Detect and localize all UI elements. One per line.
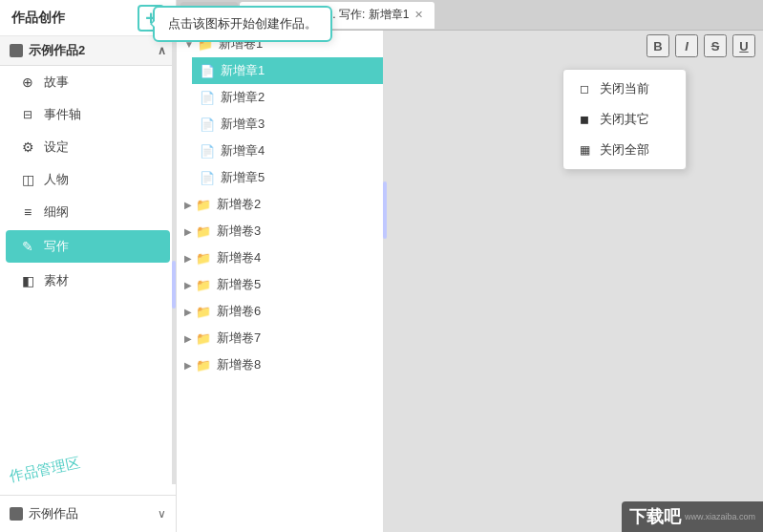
editor-area[interactable]: ◻ 关闭当前 ◼ 关闭其它 ▦ 关闭全部 B I S U xyxy=(387,31,763,532)
tree-node-vol6[interactable]: ▶ 📁 新增卷6 xyxy=(177,298,386,325)
tree-label-vol7: 新增卷7 xyxy=(217,330,261,347)
expand-arrow-vol8: ▶ xyxy=(184,360,192,371)
sidebar-label-timeline: 事件轴 xyxy=(44,106,81,123)
context-menu-close-others[interactable]: ◼ 关闭其它 xyxy=(563,104,686,135)
context-menu: ◻ 关闭当前 ◼ 关闭其它 ▦ 关闭全部 xyxy=(562,69,687,170)
file-icon-ch5: 📄 xyxy=(200,171,215,185)
settings-icon: ⚙ xyxy=(19,139,36,155)
tree-label-ch4: 新增章4 xyxy=(221,142,265,160)
tree-node-vol5[interactable]: ▶ 📁 新增卷5 xyxy=(177,271,386,298)
tree-label-vol5: 新增卷5 xyxy=(217,276,261,293)
bottom-project-left: 示例作品 xyxy=(10,505,78,522)
timeline-icon: ⊟ xyxy=(19,108,36,121)
tree-label-vol8: 新增卷8 xyxy=(217,356,261,373)
close-others-icon: ◼ xyxy=(577,113,592,126)
chevron-up-icon: ∧ xyxy=(158,44,166,57)
sidebar: 作品创作 + 点击该图标开始创建作品。 示例作品2 ∧ ⊕ 故事 ⊟ 事件轴 ⚙… xyxy=(0,0,177,532)
story-icon: ⊕ xyxy=(19,74,36,90)
strikethrough-button[interactable]: S xyxy=(704,34,727,57)
tree-node-ch4[interactable]: 📄 新增章4 xyxy=(192,138,386,164)
bottom-project-icon xyxy=(10,507,23,521)
underline-button[interactable]: U xyxy=(732,34,755,57)
context-menu-close-all-label: 关闭全部 xyxy=(600,141,649,159)
tab-close-icon[interactable]: ✕ xyxy=(414,9,423,21)
expand-arrow-vol5: ▶ xyxy=(184,280,192,290)
tree-node-vol3[interactable]: ▶ 📁 新增卷3 xyxy=(177,218,386,245)
file-tree: ▼ 📁 新增卷1 📄 新增章1 📄 新增章2 📄 新增章3 📄 新增章4 xyxy=(177,31,387,532)
tree-node-vol7[interactable]: ▶ 📁 新增卷7 xyxy=(177,325,386,351)
watermark-main-text: 下载吧 xyxy=(629,505,681,528)
file-icon-ch4: 📄 xyxy=(200,144,215,159)
sidebar-item-story[interactable]: ⊕ 故事 xyxy=(0,66,176,98)
tree-label-ch3: 新增章3 xyxy=(221,116,265,133)
folder-icon-vol8: 📁 xyxy=(196,358,211,372)
tree-node-ch3[interactable]: 📄 新增章3 xyxy=(192,111,386,138)
tree-label-ch2: 新增章2 xyxy=(221,89,265,106)
sidebar-item-timeline[interactable]: ⊟ 事件轴 xyxy=(0,98,176,131)
tree-label-vol2: 新增卷2 xyxy=(217,196,261,213)
writing-icon: ✎ xyxy=(19,239,36,254)
close-all-icon: ▦ xyxy=(577,143,592,157)
tree-node-ch1[interactable]: 📄 新增章1 xyxy=(192,57,386,84)
folder-icon-vol7: 📁 xyxy=(196,331,211,346)
sidebar-item-writing[interactable]: ✎ 写作 xyxy=(6,230,170,263)
sidebar-label-settings: 设定 xyxy=(44,138,69,156)
tooltip-bubble: 点击该图标开始创建作品。 xyxy=(153,6,332,42)
project-name: 示例作品2 xyxy=(29,42,85,59)
sidebar-item-outline[interactable]: ≡ 细纲 xyxy=(0,196,176,228)
sidebar-item-materials[interactable]: ◧ 素材 xyxy=(0,265,176,297)
expand-arrow-vol2: ▶ xyxy=(184,200,192,210)
context-menu-close-others-label: 关闭其它 xyxy=(600,111,649,128)
sidebar-scroll-thumb xyxy=(172,261,176,309)
italic-button[interactable]: I xyxy=(675,34,698,57)
expand-arrow-vol6: ▶ xyxy=(184,307,192,317)
characters-icon: ◫ xyxy=(19,172,36,187)
sidebar-label-outline: 细纲 xyxy=(44,203,69,221)
bottom-project-name: 示例作品 xyxy=(29,505,78,522)
bottom-project-item[interactable]: 示例作品 ∨ xyxy=(10,501,166,526)
sidebar-bottom: 示例作品 ∨ xyxy=(0,495,176,532)
folder-icon-vol2: 📁 xyxy=(196,198,211,212)
main-area: 的桌面 故事: 新增故事... 写作: 新增章1 ✕ ▼ 📁 新增卷1 📄 新增… xyxy=(177,0,763,532)
file-icon-ch3: 📄 xyxy=(200,117,215,132)
folder-icon-vol3: 📁 xyxy=(196,224,211,239)
context-menu-close-current-label: 关闭当前 xyxy=(600,80,649,97)
tree-label-vol4: 新增卷4 xyxy=(217,249,261,266)
tree-node-vol2[interactable]: ▶ 📁 新增卷2 xyxy=(177,191,386,218)
context-menu-close-all[interactable]: ▦ 关闭全部 xyxy=(563,135,686,165)
folder-icon-vol5: 📁 xyxy=(196,278,211,292)
content-area: ▼ 📁 新增卷1 📄 新增章1 📄 新增章2 📄 新增章3 📄 新增章4 xyxy=(177,31,763,532)
chevron-down-icon: ∨ xyxy=(158,507,166,521)
expand-arrow-vol4: ▶ xyxy=(184,253,192,264)
bold-button[interactable]: B xyxy=(646,34,669,57)
outline-icon: ≡ xyxy=(19,204,36,220)
editor-toolbar: B I S U xyxy=(639,31,763,61)
context-menu-close-current[interactable]: ◻ 关闭当前 xyxy=(563,74,686,104)
file-icon-ch2: 📄 xyxy=(200,91,215,105)
project-section[interactable]: 示例作品2 ∧ xyxy=(0,36,176,66)
sidebar-label-materials: 素材 xyxy=(44,272,69,289)
expand-arrow-vol7: ▶ xyxy=(184,333,192,344)
sidebar-scrollbar[interactable] xyxy=(172,36,176,484)
sidebar-label-writing: 写作 xyxy=(44,238,69,255)
sidebar-item-characters[interactable]: ◫ 人物 xyxy=(0,163,176,196)
tree-node-ch2[interactable]: 📄 新增章2 xyxy=(192,84,386,111)
watermark-sub-text: www.xiazaiba.com xyxy=(685,512,755,521)
tree-label-vol6: 新增卷6 xyxy=(217,303,261,320)
sidebar-label-story: 故事 xyxy=(44,74,69,91)
project-icon xyxy=(10,44,23,57)
expand-arrow-vol3: ▶ xyxy=(184,226,192,237)
sidebar-item-settings[interactable]: ⚙ 设定 xyxy=(0,131,176,163)
sidebar-header: 作品创作 + xyxy=(0,0,176,36)
tree-node-vol8[interactable]: ▶ 📁 新增卷8 xyxy=(177,351,386,378)
tree-node-ch5[interactable]: 📄 新增章5 xyxy=(192,164,386,191)
folder-icon-vol4: 📁 xyxy=(196,251,211,266)
tree-label-ch5: 新增章5 xyxy=(221,169,265,186)
tree-node-vol4[interactable]: ▶ 📁 新增卷4 xyxy=(177,245,386,271)
materials-icon: ◧ xyxy=(19,273,36,288)
tree-label-ch1: 新增章1 xyxy=(221,62,265,79)
close-current-icon: ◻ xyxy=(577,82,592,96)
watermark: 下载吧 www.xiazaiba.com xyxy=(622,501,763,532)
nav-items-list: ⊕ 故事 ⊟ 事件轴 ⚙ 设定 ◫ 人物 ≡ 细纲 ✎ 写作 ◧ 素材 xyxy=(0,66,176,495)
folder-icon-vol6: 📁 xyxy=(196,305,211,319)
